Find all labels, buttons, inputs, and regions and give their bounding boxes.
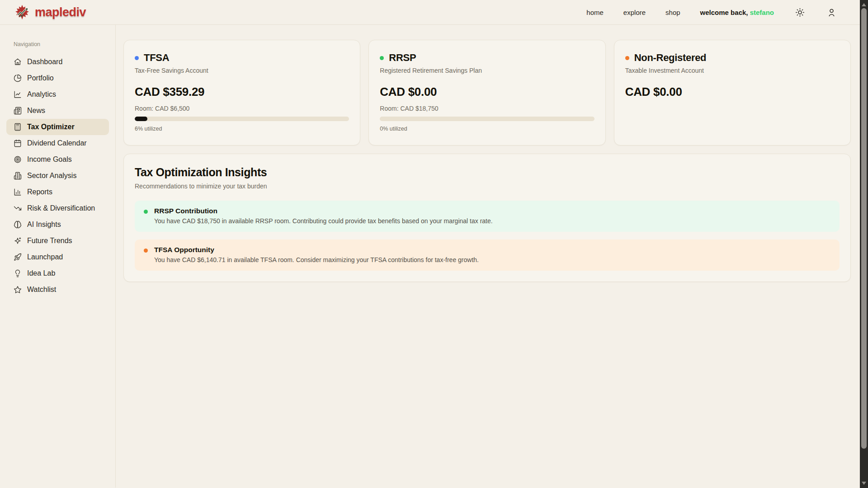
sidebar-item-watchlist[interactable]: Watchlist [6, 282, 109, 298]
lightbulb-icon [14, 269, 22, 277]
calendar-icon [14, 139, 22, 147]
sidebar-item-tax-optimizer[interactable]: Tax Optimizer [6, 119, 109, 135]
calculator-icon [14, 123, 22, 131]
sidebar-item-label: Tax Optimizer [27, 123, 75, 131]
insights-title: Tax Optimization Insights [135, 166, 840, 179]
scrollbar-thumb[interactable] [861, 8, 867, 449]
sidebar-item-label: Dividend Calendar [27, 139, 87, 147]
sidebar-item-label: Watchlist [27, 286, 56, 294]
sidebar-item-label: News [27, 107, 45, 115]
sidebar-item-income-goals[interactable]: Income Goals [6, 151, 109, 168]
utilization-progress-fill [135, 117, 147, 121]
welcome-prefix: welcome back, [700, 9, 748, 16]
home-icon [14, 58, 22, 66]
utilization-progress-bar [135, 117, 349, 121]
account-status-dot [135, 56, 139, 60]
account-subtitle: Tax-Free Savings Account [135, 67, 349, 74]
rocket-icon [14, 253, 22, 261]
account-card-rrsp: RRSP Registered Retirement Savings Plan … [368, 40, 605, 145]
account-balance: CAD $359.29 [135, 85, 349, 99]
insight-card-tfsa-opportunity: TFSA Opportunity You have CAD $6,140.71 … [135, 239, 840, 271]
account-room: Room: CAD $18,750 [380, 105, 594, 112]
account-subtitle: Registered Retirement Savings Plan [380, 67, 594, 74]
sidebar-item-label: Risk & Diversification [27, 204, 95, 212]
sidebar-item-label: Sector Analysis [27, 172, 76, 180]
sidebar-item-risk-diversification[interactable]: Risk & Diversification [6, 200, 109, 216]
nav-link-explore[interactable]: explore [623, 9, 646, 16]
sidebar-item-portfolio[interactable]: Portfolio [6, 70, 109, 86]
account-name: TFSA [144, 52, 169, 64]
sidebar-item-label: AI Insights [27, 221, 61, 229]
sidebar-item-analytics[interactable]: Analytics [6, 86, 109, 103]
pie-chart-icon [14, 74, 22, 82]
sidebar-item-reports[interactable]: Reports [6, 184, 109, 200]
sidebar-item-label: Portfolio [27, 74, 54, 82]
target-icon [14, 155, 22, 164]
sidebar-item-sector-analysis[interactable]: Sector Analysis [6, 168, 109, 184]
sun-icon [795, 8, 805, 17]
account-card-tfsa: TFSA Tax-Free Savings Account CAD $359.2… [123, 40, 360, 145]
sidebar-section-label: Navigation [14, 41, 109, 47]
brand-logo[interactable]: maplediv [14, 4, 86, 20]
sidebar-item-dividend-calendar[interactable]: Dividend Calendar [6, 135, 109, 151]
line-chart-icon [14, 90, 22, 99]
utilization-label: 0% utilized [380, 126, 594, 132]
account-button[interactable] [826, 6, 837, 18]
insight-card-rrsp-contribution: RRSP Contribution You have CAD $18,750 i… [135, 201, 840, 232]
insight-status-dot [144, 210, 148, 214]
building-icon [14, 172, 22, 180]
star-icon [14, 286, 22, 294]
sidebar-item-label: Income Goals [27, 155, 72, 164]
trending-down-icon [14, 204, 22, 212]
insights-subtitle: Recommendations to minimize your tax bur… [135, 183, 840, 190]
sidebar-item-label: Dashboard [27, 58, 62, 66]
sidebar-item-dashboard[interactable]: Dashboard [6, 54, 109, 70]
utilization-progress-bar [380, 117, 594, 121]
top-navbar: maplediv home explore shop welcome back,… [0, 0, 860, 25]
sidebar-item-label: Future Trends [27, 237, 72, 245]
theme-toggle-button[interactable] [794, 6, 806, 18]
user-icon [827, 8, 836, 17]
nav-link-home[interactable]: home [586, 9, 604, 16]
app-window: maplediv home explore shop welcome back,… [0, 0, 860, 488]
main-content: TFSA Tax-Free Savings Account CAD $359.2… [116, 25, 860, 488]
insight-description: You have CAD $18,750 in available RRSP r… [154, 217, 493, 225]
sidebar-item-future-trends[interactable]: Future Trends [6, 233, 109, 249]
scrollbar[interactable] [860, 0, 868, 488]
account-room: Room: CAD $6,500 [135, 105, 349, 112]
sidebar-item-ai-insights[interactable]: AI Insights [6, 216, 109, 233]
account-name: Non-Registered [634, 52, 707, 64]
maple-leaf-chart-icon [14, 4, 31, 20]
sidebar-item-news[interactable]: News [6, 103, 109, 119]
bar-chart-icon [14, 188, 22, 196]
sparkles-icon [14, 237, 22, 245]
scroll-up-arrow-icon[interactable] [862, 3, 866, 6]
sidebar-item-idea-lab[interactable]: Idea Lab [6, 265, 109, 282]
account-status-dot [380, 56, 384, 60]
top-nav-links: home explore shop welcome back, stefano [586, 6, 837, 18]
sidebar-item-label: Reports [27, 188, 52, 196]
sidebar: Navigation Dashboard Portfolio Analytics [0, 25, 116, 488]
welcome-message: welcome back, stefano [700, 9, 774, 16]
sidebar-item-label: Idea Lab [27, 269, 55, 277]
newspaper-icon [14, 107, 22, 115]
insight-status-dot [144, 249, 148, 253]
account-subtitle: Taxable Investment Account [625, 67, 840, 74]
tax-insights-panel: Tax Optimization Insights Recommendation… [123, 154, 851, 282]
utilization-label: 6% utilized [135, 126, 349, 132]
insight-description: You have CAD $6,140.71 in available TFSA… [154, 256, 479, 263]
account-status-dot [625, 56, 629, 60]
insight-title: RRSP Contribution [154, 207, 493, 215]
account-cards-row: TFSA Tax-Free Savings Account CAD $359.2… [123, 40, 851, 145]
nav-link-shop[interactable]: shop [665, 9, 680, 16]
scroll-down-arrow-icon[interactable] [862, 482, 866, 485]
insight-title: TFSA Opportunity [154, 246, 479, 254]
sidebar-item-label: Launchpad [27, 253, 63, 261]
account-name: RRSP [389, 52, 416, 64]
brand-name: maplediv [35, 5, 86, 19]
account-card-non-registered: Non-Registered Taxable Investment Accoun… [614, 40, 851, 145]
brain-icon [14, 221, 22, 229]
account-balance: CAD $0.00 [380, 85, 594, 99]
sidebar-item-launchpad[interactable]: Launchpad [6, 249, 109, 265]
sidebar-item-label: Analytics [27, 90, 56, 99]
